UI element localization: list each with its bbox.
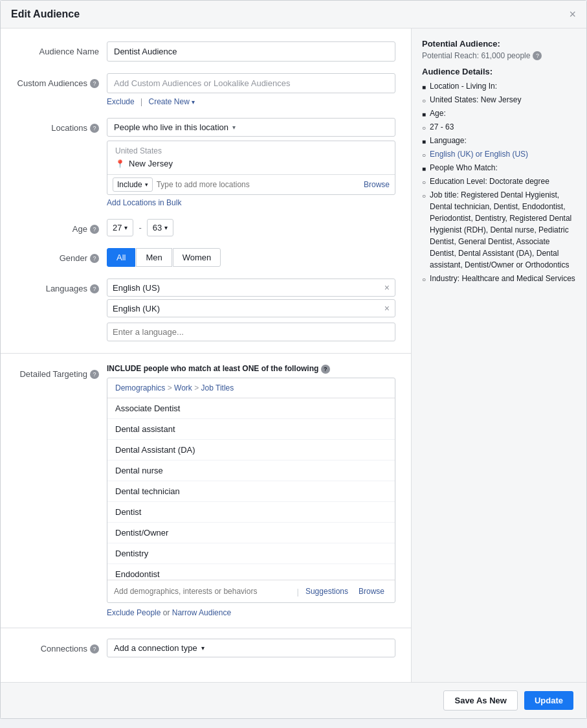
location-country: United States: [113, 145, 390, 157]
targeting-item[interactable]: Dentistry: [107, 543, 395, 564]
location-region: New Jersey: [129, 159, 173, 168]
location-item: 📍 New Jersey: [113, 157, 390, 170]
include-label: Include: [117, 180, 142, 189]
bullet-icon: ○: [422, 177, 426, 187]
location-type-label: People who live in this location: [114, 122, 228, 132]
create-new-link[interactable]: Create New ▾: [149, 97, 195, 106]
targeting-item[interactable]: Dental nurse: [107, 461, 395, 481]
potential-reach: Potential Reach: 61,000 people ?: [422, 51, 576, 60]
targeting-browse-button[interactable]: Browse: [355, 584, 388, 598]
age-max-dropdown[interactable]: 63 ▾: [147, 219, 173, 236]
targeting-item[interactable]: Dental assistant: [107, 419, 395, 440]
locations-label: Locations: [51, 123, 87, 133]
language-tag-2: English (UK) ×: [107, 299, 395, 317]
bullet-icon: ○: [422, 123, 426, 133]
gender-women-button[interactable]: Women: [173, 248, 221, 267]
bullet-icon: ○: [422, 150, 426, 160]
targeting-item[interactable]: Associate Dentist: [107, 398, 395, 419]
custom-audiences-label: Custom Audiences: [17, 78, 87, 88]
bullet-icon: ○: [422, 275, 426, 284]
location-type-dropdown[interactable]: People who live in this location ▾: [107, 118, 395, 137]
breadcrumb-jobtitles-link[interactable]: Job Titles: [201, 383, 234, 392]
age-label: Age: [72, 224, 87, 234]
modal-title: Edit Audience: [11, 8, 80, 20]
language-input[interactable]: [107, 323, 395, 341]
connection-type-chevron-icon: ▾: [201, 644, 205, 652]
custom-audiences-info-icon[interactable]: ?: [90, 79, 99, 88]
gender-button-group: All Men Women: [107, 248, 395, 267]
breadcrumb-work-link[interactable]: Work: [174, 383, 192, 392]
targeting-item[interactable]: Endodontist: [107, 564, 395, 580]
targeting-header-info-icon[interactable]: ?: [321, 365, 330, 374]
bullet-icon: ■: [422, 137, 426, 146]
age-max-value: 63: [153, 223, 162, 233]
include-dropdown[interactable]: Include ▾: [113, 177, 153, 192]
language-1-remove-button[interactable]: ×: [384, 282, 390, 293]
detailed-targeting-info-icon[interactable]: ?: [90, 370, 99, 379]
targeting-item[interactable]: Dentist: [107, 502, 395, 523]
targeting-item[interactable]: Dentist/Owner: [107, 523, 395, 543]
custom-audiences-placeholder: Add Custom Audiences or Lookalike Audien…: [114, 78, 290, 88]
detail-item: ○ United States: New Jersey: [422, 94, 576, 106]
connection-type-label: Add a connection type: [114, 643, 197, 653]
language-2-remove-button[interactable]: ×: [384, 303, 390, 313]
age-min-dropdown[interactable]: 27 ▾: [107, 219, 133, 236]
age-max-chevron-icon: ▾: [164, 224, 168, 231]
detailed-targeting-label: Detailed Targeting: [19, 369, 87, 379]
audience-details-title: Audience Details:: [422, 67, 576, 76]
location-type-chevron-icon: ▾: [232, 124, 236, 131]
gender-info-icon[interactable]: ?: [90, 254, 99, 263]
include-chevron-icon: ▾: [145, 181, 148, 188]
age-min-chevron-icon: ▾: [124, 224, 127, 231]
languages-info-icon[interactable]: ?: [90, 284, 99, 293]
targeting-item[interactable]: Dental Assistant (DA): [107, 440, 395, 461]
language-1-label: English (US): [113, 283, 160, 293]
language-2-label: English (UK): [113, 304, 160, 313]
save-as-new-button[interactable]: Save As New: [443, 690, 517, 711]
narrow-audience-link[interactable]: Narrow Audience: [172, 608, 231, 617]
connection-type-dropdown[interactable]: Add a connection type ▾: [107, 639, 395, 657]
detail-item: ■ Location - Living In:: [422, 80, 576, 92]
bullet-icon: ■: [422, 82, 426, 92]
custom-audiences-input[interactable]: Add Custom Audiences or Lookalike Audien…: [107, 73, 395, 93]
age-min-value: 27: [113, 223, 122, 233]
location-browse-link[interactable]: Browse: [364, 180, 390, 189]
bullet-icon: ○: [422, 96, 426, 106]
connections-label: Connections: [41, 644, 87, 654]
location-search-input[interactable]: [157, 180, 360, 189]
audience-name-label: Audience Name: [39, 47, 100, 56]
connections-info-icon[interactable]: ?: [90, 644, 99, 654]
detail-item: ○ English (UK) or English (US): [422, 148, 576, 160]
locations-info-icon[interactable]: ?: [90, 124, 99, 133]
suggestions-button[interactable]: Suggestions: [302, 584, 352, 598]
languages-label: Languages: [46, 284, 87, 293]
detail-item: ○ Job title: Registered Dental Hygienist…: [422, 189, 576, 271]
update-button[interactable]: Update: [524, 691, 573, 710]
targeting-item[interactable]: Dental technician: [107, 481, 395, 502]
gender-men-button[interactable]: Men: [136, 248, 172, 267]
detail-item: ○ 27 - 63: [422, 121, 576, 133]
exclude-narrow-row: Exclude People or Narrow Audience: [107, 608, 395, 617]
targeting-search-input[interactable]: [114, 587, 294, 596]
detail-item: ■ Age:: [422, 108, 576, 119]
age-info-icon[interactable]: ?: [90, 225, 99, 234]
targeting-header: INCLUDE people who match at least ONE of…: [107, 364, 395, 374]
exclude-people-link[interactable]: Exclude People: [107, 608, 161, 617]
detail-item: ■ People Who Match:: [422, 162, 576, 174]
add-locations-bulk-link[interactable]: Add Locations in Bulk: [107, 198, 181, 207]
audience-details-list: ■ Location - Living In: ○ United States:…: [422, 80, 576, 284]
bullet-icon: ■: [422, 164, 426, 174]
bullet-icon: ○: [422, 191, 426, 271]
gender-all-button[interactable]: All: [107, 248, 135, 267]
potential-reach-info-icon[interactable]: ?: [533, 51, 542, 60]
potential-audience-title: Potential Audience:: [422, 39, 576, 49]
close-button[interactable]: ×: [569, 8, 576, 20]
detail-item: ○ Industry: Healthcare and Medical Servi…: [422, 273, 576, 284]
bullet-icon: ■: [422, 109, 426, 119]
breadcrumb-demographics-link[interactable]: Demographics: [115, 383, 165, 392]
language-tag-1: English (US) ×: [107, 279, 395, 297]
detail-item: ○ Education Level: Doctorate degree: [422, 176, 576, 187]
exclude-link[interactable]: Exclude: [107, 97, 135, 106]
detail-item: ■ Language:: [422, 135, 576, 146]
audience-name-input[interactable]: [107, 41, 395, 62]
